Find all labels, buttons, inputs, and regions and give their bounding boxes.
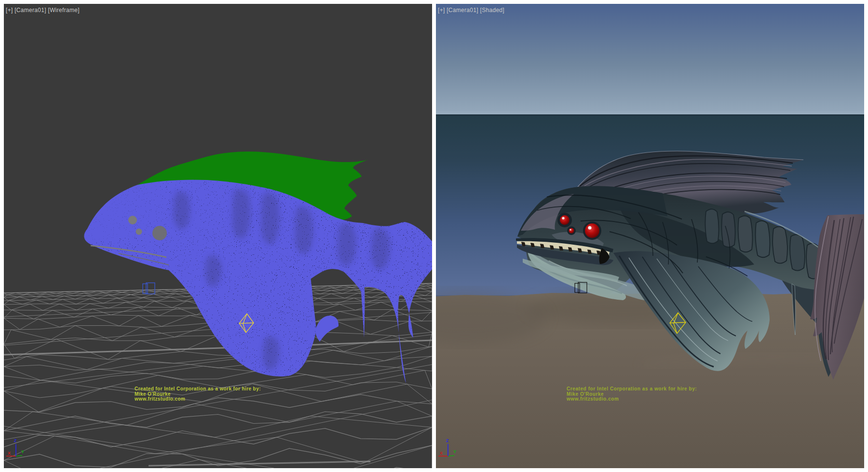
svg-text:X: X — [440, 451, 443, 456]
svg-text:Z: Z — [446, 438, 449, 443]
svg-text:Y: Y — [453, 449, 456, 454]
svg-text:Y: Y — [21, 449, 24, 454]
svg-text:X: X — [8, 451, 11, 456]
svg-text:Z: Z — [14, 438, 17, 443]
